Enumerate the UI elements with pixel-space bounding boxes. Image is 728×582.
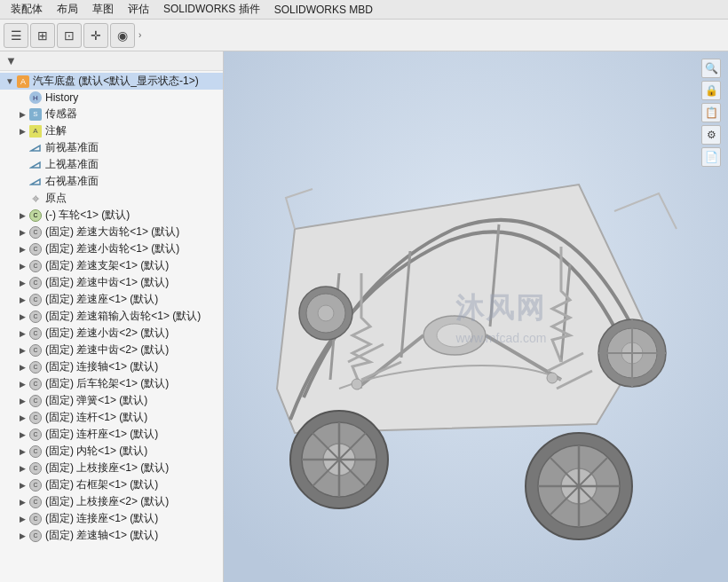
diff-small-expand: ▶ (16, 245, 28, 254)
tree-item-top-plane[interactable]: 上视基准面 (0, 156, 223, 173)
tree-item-diff-large[interactable]: ▶ C (固定) 差速大齿轮<1> (默认) (0, 224, 223, 240)
svg-point-35 (547, 373, 558, 383)
root-expand-icon: ▼ (4, 76, 16, 86)
tree-item-diff-mid2[interactable]: ▶ C (固定) 差速中齿<2> (默认) (0, 342, 223, 358)
menu-sw-plugins[interactable]: SOLIDWORKS 插件 (156, 0, 267, 19)
diff-mid2-label: (固定) 差速中齿<2> (默认) (45, 342, 169, 358)
conn-seat2-icon: C (28, 512, 43, 526)
diff-small2-expand: ▶ (16, 329, 28, 338)
tree-item-history[interactable]: H History (0, 90, 223, 106)
tree-item-right-frame[interactable]: ▶ C (固定) 右框架<1> (默认) (0, 476, 223, 493)
rt-search-btn[interactable]: 🔍 (701, 59, 721, 78)
svg-marker-0 (31, 146, 40, 151)
diff-large-icon: C (28, 225, 43, 240)
link1-label: (固定) 连杆<1> (默认) (45, 410, 147, 425)
upper-conn-label: (固定) 上枝接座<1> (默认) (45, 460, 169, 476)
main-layout: ▼ ▼ A 汽车底盘 (默认<默认_显示状态-1>) H History (0, 51, 728, 582)
history-icon: H (28, 90, 43, 105)
tree-item-sensor[interactable]: ▶ S 传感器 (0, 106, 223, 122)
filter-row: ▼ (0, 51, 223, 71)
more-label: (固定) 差速轴<1> (默认) (45, 528, 158, 543)
filter-icon: ▼ (5, 54, 17, 67)
tree-item-diff-small[interactable]: ▶ C (固定) 差速小齿轮<1> (默认) (0, 240, 223, 257)
rt-doc-btn[interactable]: 📄 (701, 147, 721, 167)
note-icon: A (28, 124, 43, 138)
spring-expand: ▶ (16, 397, 28, 405)
menu-bar: 装配体 布局 草图 评估 SOLIDWORKS 插件 SOLIDWORKS MB… (0, 0, 728, 20)
tree-item-link-seat[interactable]: ▶ C (固定) 连杆座<1> (默认) (0, 426, 223, 443)
toolbar-more-arrow[interactable]: › (137, 28, 143, 42)
viewport: 沐风网 www.mfcad.com 🔍 🔒 📋 ⚙ 📄 (224, 51, 728, 582)
tree-item-right-plane[interactable]: 右视基准面 (0, 173, 223, 190)
tree-item-origin[interactable]: ⌖ 原点 (0, 190, 223, 207)
tree-item-diff-support[interactable]: ▶ C (固定) 差速支架<1> (默认) (0, 257, 223, 274)
tree-item-diff-seat[interactable]: ▶ C (固定) 差速座<1> (默认) (0, 291, 223, 308)
sensor-icon: S (28, 107, 43, 122)
toolbar-btn-circle[interactable]: ◉ (110, 23, 135, 48)
tree-item-conn-shaft[interactable]: ▶ C (固定) 连接轴<1> (默认) (0, 358, 223, 375)
tree-root: ▼ A 汽车底盘 (默认<默认_显示状态-1>) H History ▶ (0, 71, 223, 546)
menu-sw-mbd[interactable]: SOLIDWORKS MBD (267, 2, 380, 18)
tree-item-history-label: History (45, 91, 78, 104)
menu-sketch[interactable]: 草图 (85, 0, 121, 19)
diff-small-label: (固定) 差速小齿轮<1> (默认) (45, 241, 179, 256)
toolbar-btn-plus[interactable]: ✛ (83, 23, 108, 48)
menu-assembly[interactable]: 装配体 (4, 0, 50, 19)
svg-marker-2 (31, 179, 40, 185)
diff-support-label: (固定) 差速支架<1> (默认) (45, 258, 169, 273)
tree-item-note[interactable]: ▶ A 注解 (0, 122, 223, 139)
menu-evaluate[interactable]: 评估 (121, 0, 156, 19)
tree-item-wheel[interactable]: ▶ C (-) 车轮<1> (默认) (0, 207, 223, 224)
tree-item-conn-seat2[interactable]: ▶ C (固定) 连接座<1> (默认) (0, 510, 223, 527)
tree-item-diff-mid[interactable]: ▶ C (固定) 差速中齿<1> (默认) (0, 274, 223, 291)
tree-item-spring[interactable]: ▶ C (固定) 弹簧<1> (默认) (0, 392, 223, 409)
conn-seat2-label: (固定) 连接座<1> (默认) (45, 511, 158, 526)
tree-item-link1[interactable]: ▶ C (固定) 连杆<1> (默认) (0, 409, 223, 426)
rt-copy-btn[interactable]: 📋 (701, 103, 721, 122)
diff-small2-label: (固定) 差速小齿<2> (默认) (45, 326, 169, 341)
link1-expand: ▶ (16, 413, 28, 422)
tree-item-note-label: 注解 (45, 123, 67, 138)
wheel-icon: C (28, 208, 43, 223)
front-plane-icon (28, 141, 43, 155)
rear-wheel-icon: C (28, 377, 43, 391)
upper-conn2-label: (固定) 上枝接座<2> (默认) (45, 494, 169, 509)
diff-seat-icon: C (28, 293, 43, 307)
toolbar-btn-grid[interactable]: ⊞ (30, 23, 55, 48)
conn-shaft-expand: ▶ (16, 363, 28, 372)
tree-item-right-plane-label: 右视基准面 (45, 174, 99, 189)
rear-wheel-expand: ▶ (16, 380, 28, 389)
root-assembly-icon: A (16, 75, 30, 89)
note-expand: ▶ (16, 127, 28, 136)
upper-conn-icon: C (28, 461, 43, 476)
tree-item-diff-small2[interactable]: ▶ C (固定) 差速小齿<2> (默认) (0, 325, 223, 342)
top-plane-icon (28, 158, 43, 172)
toolbar: ☰ ⊞ ⊡ ✛ ◉ › (0, 20, 728, 51)
tree-item-origin-label: 原点 (45, 191, 67, 206)
toolbar-btn-list[interactable]: ☰ (4, 23, 28, 48)
toolbar-btn-box[interactable]: ⊡ (57, 23, 82, 48)
svg-marker-1 (31, 162, 40, 168)
rt-settings-btn[interactable]: ⚙ (701, 125, 721, 145)
diff-mid-expand: ▶ (16, 279, 28, 287)
tree-item-upper-conn[interactable]: ▶ C (固定) 上枝接座<1> (默认) (0, 460, 223, 476)
tree-item-sensor-label: 传感器 (45, 106, 77, 122)
tree-item-upper-conn2[interactable]: ▶ C (固定) 上枝接座<2> (默认) (0, 493, 223, 510)
right-frame-icon: C (28, 478, 43, 492)
tree-item-diff-input[interactable]: ▶ C (固定) 差速箱输入齿轮<1> (默认) (0, 308, 223, 325)
link-seat-icon: C (28, 428, 43, 442)
tree-item-inner-wheel[interactable]: ▶ C (固定) 内轮<1> (默认) (0, 443, 223, 460)
tree-item-top-plane-label: 上视基准面 (45, 157, 99, 172)
diff-support-icon: C (28, 259, 43, 273)
right-frame-label: (固定) 右框架<1> (默认) (45, 477, 158, 492)
tree-item-more[interactable]: ▶ C (固定) 差速轴<1> (默认) (0, 527, 223, 544)
tree-item-root[interactable]: ▼ A 汽车底盘 (默认<默认_显示状态-1>) (0, 73, 223, 90)
menu-layout[interactable]: 布局 (50, 0, 85, 19)
diff-mid2-icon: C (28, 343, 43, 358)
diff-mid-label: (固定) 差速中齿<1> (默认) (45, 275, 169, 290)
link-seat-label: (固定) 连杆座<1> (默认) (45, 427, 158, 442)
rt-lock-btn[interactable]: 🔒 (701, 81, 721, 100)
conn-shaft-label: (固定) 连接轴<1> (默认) (45, 359, 158, 374)
tree-item-rear-wheel[interactable]: ▶ C (固定) 后车轮架<1> (默认) (0, 375, 223, 392)
tree-item-front-plane[interactable]: 前视基准面 (0, 139, 223, 156)
